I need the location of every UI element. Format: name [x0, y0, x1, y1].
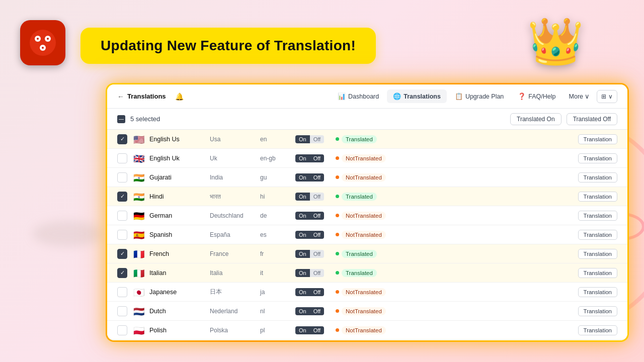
- main-panel: ← Translations 🔔 📊 Dashboard 🌐 Translati…: [107, 84, 627, 340]
- toggle-off-button[interactable]: Off: [310, 250, 324, 258]
- row-flag: 🇺🇸: [133, 135, 145, 143]
- row-status: NotTranslated: [336, 212, 572, 220]
- row-language-code: it: [260, 269, 295, 277]
- row-language-name: Polish: [149, 327, 210, 334]
- row-toggle[interactable]: On Off: [295, 288, 336, 296]
- toggle-on-button[interactable]: On: [295, 212, 310, 220]
- status-badge: NotTranslated: [342, 307, 386, 315]
- translations-icon: 🌐: [393, 93, 401, 100]
- row-checkbox[interactable]: ✓: [117, 268, 127, 278]
- status-badge: NotTranslated: [342, 173, 386, 182]
- row-checkbox[interactable]: [117, 325, 127, 335]
- row-toggle[interactable]: On Off: [295, 173, 336, 182]
- nav-upgrade[interactable]: 📋 Upgrade Plan: [449, 89, 510, 103]
- row-checkbox[interactable]: [117, 211, 127, 221]
- toggle-off-button[interactable]: Off: [310, 326, 324, 334]
- row-region: 日本: [210, 288, 260, 296]
- toggle-on-button[interactable]: On: [295, 307, 310, 315]
- nav-back-button[interactable]: ← Translations: [117, 93, 166, 101]
- toggle-on-button[interactable]: On: [295, 326, 310, 334]
- translation-button[interactable]: Translation: [578, 268, 617, 278]
- toggle-off-button[interactable]: Off: [310, 269, 324, 277]
- row-status: Translated: [336, 135, 572, 143]
- row-toggle[interactable]: On Off: [295, 250, 336, 258]
- nav-more-button[interactable]: More ∨: [564, 89, 595, 103]
- table-row: ✓ 🇮🇳 Hindi भारत hi On Off Translated Tra…: [107, 187, 627, 206]
- row-language-code: gu: [260, 174, 295, 181]
- translation-button[interactable]: Translation: [578, 287, 617, 297]
- toggle-on-button[interactable]: On: [295, 231, 310, 239]
- row-checkbox[interactable]: [117, 172, 127, 183]
- row-checkbox[interactable]: ✓: [117, 134, 127, 144]
- toggle-off-button[interactable]: Off: [310, 173, 324, 182]
- status-badge: NotTranslated: [342, 231, 386, 239]
- nav-faq[interactable]: ❓ FAQ/Help: [512, 89, 561, 103]
- upgrade-icon: 📋: [455, 93, 463, 100]
- toggle-off-button[interactable]: Off: [310, 135, 324, 143]
- translation-button[interactable]: Translation: [578, 325, 617, 335]
- translation-button[interactable]: Translation: [578, 192, 617, 202]
- row-toggle[interactable]: On Off: [295, 269, 336, 277]
- translation-button[interactable]: Translation: [578, 153, 617, 163]
- status-dot-icon: [336, 233, 339, 236]
- translation-button[interactable]: Translation: [578, 211, 617, 221]
- toggle-on-button[interactable]: On: [295, 173, 310, 182]
- row-language-name: French: [149, 250, 210, 257]
- grid-chevron-icon: ∨: [608, 93, 613, 100]
- toggle-off-button[interactable]: Off: [310, 154, 324, 162]
- toggle-off-button[interactable]: Off: [310, 307, 324, 315]
- nav-more-label: More: [569, 93, 583, 100]
- row-toggle[interactable]: On Off: [295, 212, 336, 220]
- nav-grid-button[interactable]: ⊞ ∨: [597, 90, 617, 103]
- translated-on-button[interactable]: Translated On: [510, 113, 561, 125]
- translation-button[interactable]: Translation: [578, 230, 617, 240]
- status-badge: NotTranslated: [342, 288, 386, 296]
- row-region: Uk: [210, 155, 260, 162]
- row-toggle[interactable]: On Off: [295, 231, 336, 239]
- toggle-off-button[interactable]: Off: [310, 231, 324, 239]
- row-language-name: Hindi: [149, 193, 210, 200]
- row-toggle[interactable]: On Off: [295, 326, 336, 334]
- toggle-on-button[interactable]: On: [295, 269, 310, 277]
- nav-translations[interactable]: 🌐 Translations: [387, 89, 447, 103]
- row-flag: 🇬🇧: [133, 154, 145, 162]
- row-toggle[interactable]: On Off: [295, 307, 336, 315]
- row-language-name: Dutch: [149, 308, 210, 315]
- translation-button[interactable]: Translation: [578, 172, 617, 183]
- translation-button[interactable]: Translation: [578, 306, 617, 316]
- translated-off-button[interactable]: Translated Off: [567, 113, 617, 125]
- select-all-checkbox[interactable]: —: [117, 115, 125, 123]
- row-checkbox[interactable]: [117, 153, 127, 163]
- toggle-off-button[interactable]: Off: [310, 193, 324, 201]
- toggle-on-button[interactable]: On: [295, 135, 310, 143]
- toggle-on-button[interactable]: On: [295, 193, 310, 201]
- row-status: Translated: [336, 269, 572, 277]
- row-checkbox[interactable]: ✓: [117, 249, 127, 259]
- status-dot-icon: [336, 290, 339, 294]
- row-toggle[interactable]: On Off: [295, 193, 336, 201]
- row-toggle[interactable]: On Off: [295, 154, 336, 162]
- row-checkbox[interactable]: [117, 306, 127, 316]
- row-language-name: Spanish: [149, 231, 210, 238]
- toggle-off-button[interactable]: Off: [310, 212, 324, 220]
- status-dot-icon: [336, 156, 339, 160]
- table-scroll-area[interactable]: ✓ 🇺🇸 English Us Usa en On Off Translated…: [107, 130, 627, 340]
- row-toggle[interactable]: On Off: [295, 135, 336, 143]
- bell-icon[interactable]: 🔔: [175, 93, 184, 101]
- row-status: Translated: [336, 250, 572, 258]
- row-checkbox[interactable]: [117, 230, 127, 240]
- toggle-on-button[interactable]: On: [295, 288, 310, 296]
- status-dot-icon: [336, 252, 339, 255]
- row-flag: 🇵🇱: [133, 326, 145, 334]
- status-dot-icon: [336, 137, 339, 141]
- translation-button[interactable]: Translation: [578, 249, 617, 259]
- row-status: NotTranslated: [336, 231, 572, 239]
- nav-dashboard[interactable]: 📊 Dashboard: [332, 89, 385, 103]
- translation-button[interactable]: Translation: [578, 134, 617, 144]
- row-checkbox[interactable]: [117, 287, 127, 297]
- toggle-on-button[interactable]: On: [295, 250, 310, 258]
- row-language-name: Japanese: [149, 289, 210, 296]
- row-checkbox[interactable]: ✓: [117, 192, 127, 202]
- toggle-on-button[interactable]: On: [295, 154, 310, 162]
- toggle-off-button[interactable]: Off: [310, 288, 324, 296]
